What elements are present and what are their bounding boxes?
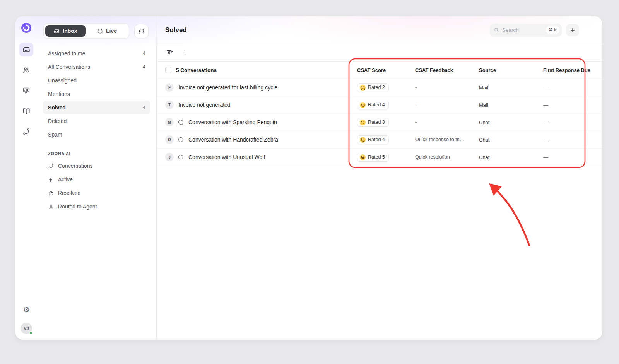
emoji-icon — [360, 137, 366, 143]
emoji-icon — [360, 154, 366, 160]
table-row[interactable]: T Invoice not generated Rated 4 - Mail — — [157, 96, 602, 114]
conversation-title: Conversation with Handcrafted Zebra — [188, 137, 278, 143]
source: Chat — [479, 154, 543, 160]
avatar: O — [165, 135, 174, 144]
count-badge: 4 — [143, 104, 145, 110]
shortcut-badge: ⌘ K — [545, 26, 560, 34]
thumbs-up-icon — [48, 190, 54, 196]
table-row[interactable]: O Conversation with Handcrafted Zebra Ra… — [157, 131, 602, 149]
tab-live[interactable]: Live — [87, 25, 127, 37]
csat-label: Rated 2 — [368, 85, 385, 90]
page-title: Solved — [165, 26, 187, 34]
sidebar-item-all-conversations[interactable]: All Conversations 4 — [43, 60, 150, 73]
first-response-due: — — [543, 120, 602, 125]
new-conversation-button[interactable] — [566, 24, 579, 36]
table-row[interactable]: F Invoice not generated for last billing… — [157, 79, 602, 96]
sidebar-item-unassigned[interactable]: Unassigned — [43, 73, 150, 87]
rail-workflows-icon[interactable] — [19, 125, 33, 138]
emoji-icon — [360, 102, 366, 108]
avatar: T — [165, 101, 174, 109]
search-input[interactable]: Search ⌘ K — [490, 24, 562, 37]
chat-bubble-icon — [178, 154, 184, 160]
rail-knowledge-base-icon[interactable] — [19, 104, 33, 118]
plus-icon — [569, 27, 576, 33]
icon-rail: ⚙ VJ — [15, 16, 37, 340]
source: Mail — [479, 85, 543, 91]
first-response-due: — — [543, 137, 602, 143]
conversation-title: Invoice not generated — [178, 102, 231, 108]
sidebar-item-ai-active[interactable]: Active — [43, 173, 150, 186]
table-toolbar — [157, 44, 602, 61]
csat-feedback: Quick response to th… — [415, 137, 479, 142]
workflow-icon — [48, 163, 54, 169]
search-icon — [494, 27, 499, 33]
more-options-button[interactable] — [181, 49, 188, 56]
first-response-due: — — [543, 102, 602, 108]
table-header-row: 5 Conversations CSAT Score CSAT Feedback… — [157, 61, 602, 79]
zoona-ai-section-title: ZOONA AI — [43, 151, 150, 156]
sidebar-item-deleted[interactable]: Deleted — [43, 114, 150, 128]
online-status-dot — [29, 331, 33, 335]
app-logo[interactable] — [21, 22, 32, 33]
tab-inbox[interactable]: Inbox — [45, 25, 86, 37]
settings-gear-icon[interactable]: ⚙ — [19, 302, 33, 316]
rail-inbox-icon[interactable] — [19, 43, 33, 56]
csat-feedback: - — [415, 120, 479, 125]
sidebar-item-ai-conversations[interactable]: Conversations — [43, 159, 150, 173]
rail-reports-icon[interactable] — [19, 84, 33, 97]
csat-chip: Rated 4 — [357, 101, 389, 109]
column-header-source[interactable]: Source — [479, 67, 543, 73]
csat-feedback: - — [415, 102, 479, 108]
table-row[interactable]: M Conversation with Sparkling Penguin Ra… — [157, 114, 602, 131]
csat-feedback: - — [415, 85, 479, 90]
user-avatar[interactable]: VJ — [21, 323, 32, 334]
column-header-first-response-due[interactable]: First Response Due — [543, 67, 602, 73]
column-header-csat-feedback[interactable]: CSAT Feedback — [415, 67, 479, 73]
csat-chip: Rated 3 — [357, 118, 389, 127]
avatar: M — [165, 118, 174, 126]
csat-label: Rated 3 — [368, 120, 385, 125]
sidebar-item-solved[interactable]: Solved 4 — [43, 101, 150, 114]
inbox-icon — [54, 28, 60, 34]
filter-icon — [166, 49, 174, 56]
csat-label: Rated 4 — [368, 102, 385, 108]
table-row[interactable]: J Conversation with Unusual Wolf Rated 5 — [157, 149, 602, 166]
chat-bubble-icon — [178, 119, 184, 125]
avatar-initials: VJ — [24, 326, 29, 331]
conversations-table: 5 Conversations CSAT Score CSAT Feedback… — [157, 61, 602, 166]
csat-chip: Rated 4 — [357, 135, 389, 144]
emoji-icon — [360, 85, 366, 91]
sidebar-item-ai-routed-to-agent[interactable]: Routed to Agent — [43, 200, 150, 213]
sidebar-item-spam[interactable]: Spam — [43, 128, 150, 141]
select-all-checkbox[interactable] — [165, 67, 171, 73]
csat-feedback: Quick resolution — [415, 154, 479, 160]
conversation-title: Invoice not generated for last billing c… — [178, 84, 277, 91]
column-header-csat-score[interactable]: CSAT Score — [352, 62, 415, 79]
rail-contacts-icon[interactable] — [19, 63, 33, 77]
main-panel: Solved Search ⌘ K — [157, 16, 602, 340]
csat-label: Rated 5 — [368, 154, 385, 160]
csat-label: Rated 4 — [368, 137, 385, 142]
sidebar-item-ai-resolved[interactable]: Resolved — [43, 186, 150, 200]
lightning-icon — [48, 176, 54, 183]
sidebar-item-assigned-to-me[interactable]: Assigned to me 4 — [43, 46, 150, 60]
source: Chat — [479, 137, 543, 143]
filter-button[interactable] — [166, 49, 174, 56]
count-badge: 4 — [143, 50, 145, 56]
conversation-title: Conversation with Unusual Wolf — [188, 154, 265, 160]
conversation-title: Conversation with Sparkling Penguin — [188, 119, 277, 125]
selection-count-label: 5 Conversations — [176, 67, 217, 73]
avatar: J — [165, 153, 174, 161]
sidebar-item-mentions[interactable]: Mentions — [43, 87, 150, 101]
source: Chat — [479, 120, 543, 125]
source: Mail — [479, 102, 543, 108]
tab-inbox-label: Inbox — [63, 28, 77, 34]
first-response-due: — — [543, 154, 602, 160]
kebab-menu-icon — [181, 49, 188, 56]
search-placeholder: Search — [502, 27, 519, 33]
sidebar: Inbox Live — [37, 16, 157, 340]
headphones-button[interactable] — [134, 24, 149, 38]
first-response-due: — — [543, 85, 602, 91]
app-window: ⚙ VJ Inbox — [15, 16, 602, 340]
headphones-icon — [138, 27, 145, 34]
